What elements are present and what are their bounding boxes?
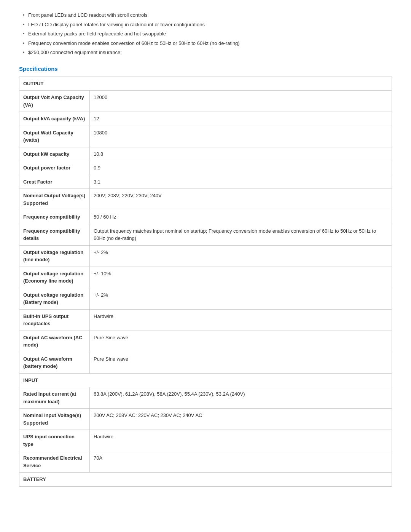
row-label: Output kVA capacity (kVA) [19, 112, 90, 126]
table-row: Crest Factor3:1 [19, 175, 392, 189]
row-value: 3:1 [90, 175, 392, 189]
bullet-item-1: LED / LCD display panel rotates for view… [23, 21, 392, 29]
row-value: 200V AC; 208V AC; 220V AC; 230V AC; 240V… [90, 409, 392, 430]
table-row: Output power factor0.9 [19, 161, 392, 175]
row-label: Output AC waveform (AC mode) [19, 331, 90, 352]
row-value: 12 [90, 112, 392, 126]
row-label: Output AC waveform (battery mode) [19, 352, 90, 373]
row-label: UPS input connection type [19, 430, 90, 451]
row-label: Nominal Output Voltage(s) Supported [19, 189, 90, 210]
section-header-battery: BATTERY [19, 473, 392, 487]
table-row: Output voltage regulation (Economy line … [19, 267, 392, 288]
row-label: Output kW capacity [19, 147, 90, 161]
row-label: Output power factor [19, 161, 90, 175]
section-header-label: BATTERY [19, 473, 392, 487]
bullet-item-2: External battery packs are field replace… [23, 30, 392, 38]
section-header-input: INPUT [19, 373, 392, 387]
row-label: Output voltage regulation (Battery mode) [19, 288, 90, 309]
table-row: Output AC waveform (AC mode)Pure Sine wa… [19, 331, 392, 352]
row-label: Rated input current (at maximum load) [19, 387, 90, 409]
row-value: +/- 10% [90, 267, 392, 288]
row-value: Pure Sine wave [90, 331, 392, 352]
table-row: Recommended Electrical Service70A [19, 451, 392, 473]
table-row: Frequency compatibility detailsOutput fr… [19, 224, 392, 245]
row-label: Frequency compatibility details [19, 224, 90, 245]
row-value: 0.9 [90, 161, 392, 175]
row-value: Hardwire [90, 309, 392, 331]
row-label: Nominal Input Voltage(s) Supported [19, 409, 90, 430]
table-row: Nominal Input Voltage(s) Supported200V A… [19, 409, 392, 430]
table-row: Frequency compatibility50 / 60 Hz [19, 210, 392, 224]
specifications-heading: Specifications [19, 66, 392, 72]
table-row: Output AC waveform (battery mode)Pure Si… [19, 352, 392, 373]
row-value: 63.8A (200V), 61.2A (208V), 58A (220V), … [90, 387, 392, 409]
table-row: Output Watt Capacity (watts)10800 [19, 126, 392, 147]
section-header-label: INPUT [19, 373, 392, 387]
row-label: Crest Factor [19, 175, 90, 189]
table-row: Output voltage regulation (line mode)+/-… [19, 245, 392, 267]
row-value: Output frequency matches input nominal o… [90, 224, 392, 245]
row-value: 10800 [90, 126, 392, 147]
row-label: Recommended Electrical Service [19, 451, 90, 473]
table-row: Built-in UPS output receptaclesHardwire [19, 309, 392, 331]
row-label: Output Watt Capacity (watts) [19, 126, 90, 147]
table-row: UPS input connection typeHardwire [19, 430, 392, 451]
table-row: Nominal Output Voltage(s) Supported200V;… [19, 189, 392, 210]
row-label: Frequency compatibility [19, 210, 90, 224]
row-value: 200V; 208V; 220V; 230V; 240V [90, 189, 392, 210]
bullet-item-4: $250,000 connected equipment insurance; [23, 49, 392, 56]
row-value: Pure Sine wave [90, 352, 392, 373]
table-row: Rated input current (at maximum load)63.… [19, 387, 392, 409]
table-row: Output Volt Amp Capacity (VA)12000 [19, 91, 392, 112]
row-label: Output Volt Amp Capacity (VA) [19, 91, 90, 112]
section-header-label: OUTPUT [19, 77, 392, 91]
row-label: Output voltage regulation (Economy line … [19, 267, 90, 288]
row-value: 50 / 60 Hz [90, 210, 392, 224]
table-row: Output kVA capacity (kVA)12 [19, 112, 392, 126]
bullet-item-3: Frequency conversion mode enables conver… [23, 40, 392, 47]
row-label: Output voltage regulation (line mode) [19, 245, 90, 267]
row-value: +/- 2% [90, 245, 392, 267]
row-value: 10.8 [90, 147, 392, 161]
specifications-table: OUTPUTOutput Volt Amp Capacity (VA)12000… [19, 77, 392, 487]
row-value: +/- 2% [90, 288, 392, 309]
table-row: Output voltage regulation (Battery mode)… [19, 288, 392, 309]
feature-list: Front panel LEDs and LCD readout with sc… [19, 11, 392, 56]
table-row: Output kW capacity10.8 [19, 147, 392, 161]
row-value: Hardwire [90, 430, 392, 451]
section-header-output: OUTPUT [19, 77, 392, 91]
bullet-item-0: Front panel LEDs and LCD readout with sc… [23, 11, 392, 19]
row-label: Built-in UPS output receptacles [19, 309, 90, 331]
row-value: 12000 [90, 91, 392, 112]
row-value: 70A [90, 451, 392, 473]
